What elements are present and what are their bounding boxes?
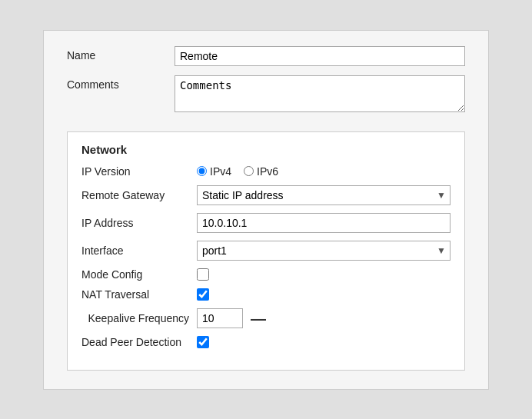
nat-traversal-row: NAT Traversal [81,288,451,301]
nat-traversal-checkbox-wrap [197,288,209,301]
remote-gateway-value: Static IP address Dynamic DNS Dialup Use… [197,185,451,205]
mode-config-checkbox[interactable] [197,268,209,281]
ipv6-option[interactable]: IPv6 [244,165,278,178]
ip-version-row: IP Version IPv4 IPv6 [81,165,451,178]
remote-gateway-select-wrap: Static IP address Dynamic DNS Dialup Use… [197,185,451,205]
dead-peer-value [197,336,451,348]
comments-label: Comments [67,75,175,91]
network-section: Network IP Version IPv4 IPv6 Remote [67,131,465,371]
keepalive-label: Keepalive Frequency [81,312,197,324]
ipv4-label: IPv4 [210,165,231,178]
ip-version-value: IPv4 IPv6 [197,165,451,178]
name-row: Name [67,46,465,66]
main-panel: Name Comments Comments Network IP Versio… [43,30,489,390]
ipv6-label: IPv6 [257,165,278,178]
network-title: Network [81,143,451,156]
name-label: Name [67,46,175,62]
mode-config-label: Mode Config [81,268,197,281]
comments-row: Comments Comments [67,75,465,115]
mode-config-row: Mode Config [81,268,451,281]
ip-version-label: IP Version [81,165,197,178]
comments-input[interactable]: Comments [175,75,465,112]
dead-peer-checkbox[interactable] [197,336,209,348]
ip-address-label: IP Address [81,217,197,229]
keepalive-dash: — [251,311,266,326]
dead-peer-label: Dead Peer Detection [81,336,197,348]
dead-peer-row: Dead Peer Detection [81,336,451,348]
keepalive-input[interactable] [197,308,243,328]
name-input[interactable] [175,46,465,66]
remote-gateway-row: Remote Gateway Static IP address Dynamic… [81,185,451,205]
interface-select[interactable]: port1 port2 port3 [197,241,451,261]
ipv4-radio[interactable] [197,166,207,176]
ip-address-row: IP Address [81,213,451,233]
ipv4-option[interactable]: IPv4 [197,165,231,178]
keepalive-row: Keepalive Frequency — [81,308,451,328]
interface-select-wrap: port1 port2 port3 ▼ [197,241,451,261]
remote-gateway-select[interactable]: Static IP address Dynamic DNS Dialup Use… [197,185,451,205]
ip-address-input[interactable] [197,213,451,233]
name-field-wrap [175,46,465,66]
ipv6-radio[interactable] [244,166,254,176]
interface-row: Interface port1 port2 port3 ▼ [81,241,451,261]
ip-version-radio-group: IPv4 IPv6 [197,165,278,178]
mode-config-checkbox-wrap [197,268,209,281]
mode-config-value [197,268,451,281]
comments-field-wrap: Comments [175,75,465,115]
nat-traversal-label: NAT Traversal [81,288,197,301]
interface-value: port1 port2 port3 ▼ [197,241,451,261]
interface-label: Interface [81,244,197,257]
nat-traversal-value [197,288,451,301]
ip-address-value [197,213,451,233]
remote-gateway-label: Remote Gateway [81,189,197,201]
nat-traversal-checkbox[interactable] [197,288,209,301]
dead-peer-checkbox-wrap [197,336,209,348]
